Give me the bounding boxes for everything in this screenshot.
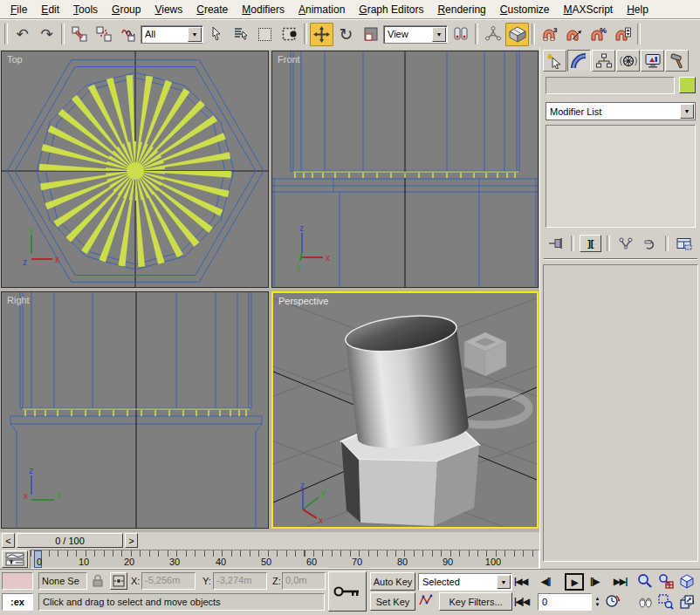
menu-create[interactable]: Create bbox=[189, 2, 235, 17]
redo-button[interactable]: ↷ bbox=[35, 23, 58, 46]
snap-3d-button[interactable]: 3 bbox=[538, 23, 561, 46]
bind-to-space-warp-button[interactable] bbox=[116, 23, 140, 46]
show-end-result-button[interactable]: ][ bbox=[580, 235, 601, 252]
select-and-manipulate-button[interactable] bbox=[481, 23, 504, 46]
y-coordinate-field[interactable]: -3,274m bbox=[213, 572, 267, 590]
menu-tools[interactable]: Tools bbox=[66, 2, 105, 17]
zoom-all-button[interactable] bbox=[655, 571, 676, 591]
viewport-front[interactable]: Front bbox=[271, 51, 539, 288]
rectangular-selection-region-button[interactable] bbox=[253, 23, 277, 46]
menu-file[interactable]: File bbox=[3, 2, 34, 17]
key-mode-toggle-button[interactable]: |◀|◀ bbox=[514, 597, 529, 606]
time-slider-next-button[interactable]: > bbox=[125, 533, 138, 548]
viewport-top-label[interactable]: Top bbox=[7, 54, 23, 65]
previous-frame-button[interactable]: ◀|| bbox=[541, 577, 550, 586]
viewport-perspective-label[interactable]: Perspective bbox=[278, 296, 328, 306]
open-mini-curve-editor-button[interactable] bbox=[2, 550, 28, 568]
time-slider-handle[interactable]: 0 / 100 bbox=[17, 533, 123, 548]
time-ruler[interactable]: 0 10 20 30 40 50 60 70 80 90 100 bbox=[30, 550, 539, 569]
chevron-down-icon: ▼ bbox=[497, 575, 511, 589]
pan-view-button[interactable] bbox=[635, 592, 655, 612]
goto-end-button[interactable]: ▶▶| bbox=[614, 577, 627, 586]
select-and-link-button[interactable] bbox=[67, 23, 91, 46]
zoom-button[interactable] bbox=[635, 571, 655, 591]
reference-coordinate-dropdown[interactable]: View ▼ bbox=[383, 25, 448, 44]
menu-animation[interactable]: Animation bbox=[292, 2, 352, 17]
unlink-selection-button[interactable] bbox=[92, 23, 115, 46]
min-max-viewport-toggle-button[interactable] bbox=[676, 592, 697, 612]
play-button[interactable]: ▶ bbox=[565, 573, 584, 591]
z-coordinate-field[interactable]: 0,0m bbox=[282, 572, 326, 590]
pin-stack-button[interactable] bbox=[546, 234, 566, 253]
percent-snap-button[interactable]: % bbox=[587, 23, 610, 46]
rollout-area[interactable] bbox=[543, 264, 698, 562]
spinner-snap-button[interactable] bbox=[611, 23, 635, 46]
region-zoom-button[interactable] bbox=[655, 592, 676, 612]
key-mode-dropdown[interactable]: Selected ▼ bbox=[418, 573, 512, 591]
select-by-name-icon bbox=[233, 26, 249, 42]
selection-lock-toggle[interactable] bbox=[91, 573, 105, 591]
manipulate-icon bbox=[485, 26, 501, 42]
tab-display[interactable] bbox=[641, 50, 664, 72]
maxscript-macro-recorder-swatch[interactable] bbox=[2, 572, 33, 590]
frame-spinner[interactable]: ▲▼ bbox=[593, 593, 602, 611]
tab-motion[interactable] bbox=[616, 50, 640, 72]
select-by-name-button[interactable] bbox=[229, 23, 252, 46]
menu-modifiers[interactable]: Modifiers bbox=[235, 2, 292, 17]
time-slider-prev-button[interactable]: < bbox=[2, 533, 15, 548]
undo-button[interactable]: ↶ bbox=[10, 23, 34, 46]
menu-edit[interactable]: Edit bbox=[34, 2, 66, 17]
viewport-top[interactable]: Top y x bbox=[1, 51, 269, 288]
menu-group[interactable]: Group bbox=[105, 2, 148, 17]
goto-start-button[interactable]: |◀◀ bbox=[514, 577, 527, 586]
command-panel-tabs bbox=[540, 48, 700, 72]
goto-start-icon: |◀◀ bbox=[514, 577, 527, 586]
set-key-filters-toggle[interactable] bbox=[419, 593, 435, 611]
next-frame-button[interactable]: ||▶ bbox=[590, 577, 599, 586]
angle-snap-button[interactable] bbox=[562, 23, 586, 46]
viewport-front-label[interactable]: Front bbox=[278, 54, 300, 65]
menu-views[interactable]: Views bbox=[148, 2, 189, 17]
auto-key-button[interactable]: Auto Key bbox=[370, 572, 415, 591]
configure-modifier-sets-button[interactable] bbox=[674, 234, 696, 253]
object-name-field[interactable] bbox=[546, 77, 675, 94]
time-configuration-button[interactable] bbox=[605, 593, 621, 611]
window-crossing-button[interactable] bbox=[278, 23, 301, 46]
time-slider-value: 0 / 100 bbox=[55, 536, 85, 546]
modifier-stack-list[interactable] bbox=[546, 125, 696, 228]
object-color-swatch[interactable] bbox=[679, 77, 696, 93]
zoom-extents-all-button[interactable] bbox=[695, 571, 700, 591]
ruler-tick-label: 0 bbox=[29, 557, 50, 567]
viewport-right-label[interactable]: Right bbox=[7, 295, 30, 305]
key-filters-button[interactable]: Key Filters... bbox=[439, 592, 512, 611]
remove-modifier-button[interactable] bbox=[640, 234, 660, 253]
tab-create[interactable] bbox=[543, 50, 566, 72]
modifier-list-dropdown[interactable]: Modifier List ▼ bbox=[546, 102, 696, 120]
make-unique-button[interactable] bbox=[615, 234, 635, 253]
use-pivot-point-center-button[interactable] bbox=[449, 23, 472, 46]
maxscript-mini-listener[interactable]: :ex bbox=[2, 593, 33, 611]
set-key-button[interactable]: Set Key bbox=[370, 592, 415, 611]
tab-utilities[interactable] bbox=[665, 50, 689, 72]
current-frame-field[interactable]: 0 bbox=[538, 593, 592, 611]
top-viewport-wireframe: y x z bbox=[2, 51, 268, 287]
select-and-rotate-button[interactable]: ↻ bbox=[334, 23, 358, 46]
time-configuration-icon bbox=[605, 593, 621, 609]
select-object-button[interactable] bbox=[204, 23, 228, 46]
menu-maxscript[interactable]: MAXScript bbox=[557, 2, 621, 17]
tab-hierarchy[interactable] bbox=[592, 50, 615, 72]
absolute-offset-mode-button[interactable] bbox=[110, 572, 127, 590]
tab-modify[interactable] bbox=[567, 50, 591, 72]
viewport-perspective[interactable]: Perspective bbox=[271, 291, 539, 529]
viewport-right[interactable]: Right bbox=[1, 291, 269, 529]
selection-filter-dropdown[interactable]: All ▼ bbox=[141, 25, 203, 44]
menu-help[interactable]: Help bbox=[620, 2, 655, 17]
x-coordinate-field[interactable]: -5,256m bbox=[141, 572, 196, 590]
menu-graph-editors[interactable]: Graph Editors bbox=[352, 2, 430, 17]
select-and-move-button[interactable] bbox=[310, 23, 333, 46]
snaps-toggle-button[interactable] bbox=[505, 23, 529, 46]
set-keys-button[interactable] bbox=[328, 571, 367, 612]
select-and-scale-button[interactable] bbox=[359, 23, 382, 46]
menu-customize[interactable]: Customize bbox=[493, 2, 557, 17]
menu-rendering[interactable]: Rendering bbox=[430, 2, 492, 17]
